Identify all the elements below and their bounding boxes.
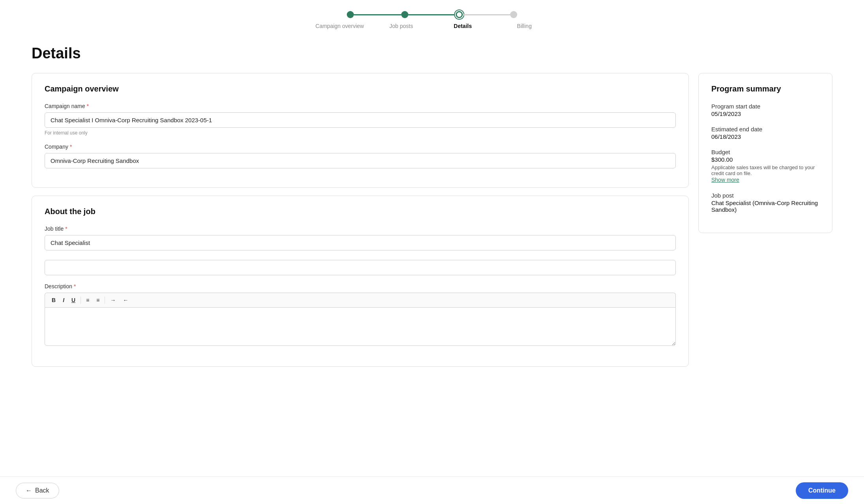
step-line-1: [354, 14, 401, 15]
description-label: Description *: [45, 283, 676, 289]
campaign-name-label: Campaign name *: [45, 103, 676, 109]
company-field-group: Company *: [45, 144, 676, 168]
campaign-name-hint: For internal use only: [45, 130, 676, 136]
program-start-date-row: Program start date 05/19/2023: [711, 103, 819, 117]
budget-value: $300.00: [711, 156, 819, 163]
campaign-name-field-group: Campaign name * For internal use only: [45, 103, 676, 136]
back-arrow-icon: ←: [26, 487, 32, 494]
budget-note: Applicable sales taxes will be charged t…: [711, 164, 819, 176]
left-column: Campaign overview Campaign name * For in…: [32, 73, 689, 367]
job-post-label: Job post: [711, 192, 819, 199]
step-label-job-posts: Job posts: [370, 23, 432, 29]
job-title-label: Job title *: [45, 226, 676, 232]
description-toolbar: B I U ≡ ≡ → ←: [45, 293, 676, 307]
job-title-field-group: Job title *: [45, 226, 676, 250]
stepper-labels: Campaign overview Job posts Details Bill…: [309, 23, 555, 29]
continue-button[interactable]: Continue: [796, 482, 848, 499]
about-job-card: About the job Job title * Description *: [32, 196, 689, 367]
page-title: Details: [32, 45, 832, 62]
program-summary-card: Program summary Program start date 05/19…: [698, 73, 832, 233]
campaign-name-required-star: *: [87, 103, 89, 109]
job-subtitle-input[interactable]: [45, 260, 676, 275]
estimated-end-date-label: Estimated end date: [711, 126, 819, 133]
toolbar-unordered-list[interactable]: ≡: [94, 296, 101, 304]
stepper-track: [347, 11, 517, 18]
toolbar-bold[interactable]: B: [50, 296, 58, 304]
right-column: Program summary Program start date 05/19…: [698, 73, 832, 233]
stepper: Campaign overview Job posts Details Bill…: [0, 0, 864, 35]
campaign-overview-card: Campaign overview Campaign name * For in…: [32, 73, 689, 188]
toolbar-indent[interactable]: →: [108, 296, 118, 304]
job-title-input[interactable]: [45, 235, 676, 250]
step-label-details: Details: [432, 23, 494, 29]
step-dot-details: [456, 11, 463, 18]
step-dot-billing: [510, 11, 517, 18]
step-label-billing: Billing: [494, 23, 555, 29]
program-start-date-label: Program start date: [711, 103, 819, 110]
job-title-required-star: *: [65, 226, 67, 232]
page-content: Details Campaign overview Campaign name …: [0, 35, 864, 504]
budget-row: Budget $300.00 Applicable sales taxes wi…: [711, 149, 819, 183]
description-required-star: *: [74, 283, 76, 289]
program-summary-title: Program summary: [711, 84, 819, 93]
back-button[interactable]: ← Back: [16, 483, 59, 498]
description-textarea[interactable]: [45, 307, 676, 346]
toolbar-sep-1: [80, 297, 81, 304]
main-layout: Campaign overview Campaign name * For in…: [32, 73, 832, 367]
company-label: Company *: [45, 144, 676, 150]
show-more-button[interactable]: Show more: [711, 177, 739, 183]
toolbar-outdent[interactable]: ←: [121, 296, 130, 304]
description-field-group: Description * B I U ≡ ≡ → ←: [45, 283, 676, 347]
step-dot-campaign-overview: [347, 11, 354, 18]
job-post-value: Chat Specialist (Omniva-Corp Recruiting …: [711, 200, 819, 213]
estimated-end-date-value: 06/18/2023: [711, 133, 819, 140]
program-start-date-value: 05/19/2023: [711, 110, 819, 117]
toolbar-ordered-list[interactable]: ≡: [84, 296, 91, 304]
toolbar-sep-2: [105, 297, 105, 304]
toolbar-italic[interactable]: I: [61, 296, 66, 304]
toolbar-underline[interactable]: U: [69, 296, 77, 304]
about-job-card-title: About the job: [45, 207, 676, 216]
job-subtitle-field-group: [45, 258, 676, 275]
step-line-2: [408, 14, 456, 15]
company-input[interactable]: [45, 153, 676, 168]
step-line-3: [463, 14, 510, 15]
back-label: Back: [35, 487, 49, 494]
campaign-name-input[interactable]: [45, 112, 676, 128]
estimated-end-date-row: Estimated end date 06/18/2023: [711, 126, 819, 140]
company-required-star: *: [70, 144, 72, 150]
budget-label: Budget: [711, 149, 819, 155]
footer-bar: ← Back Continue: [0, 476, 864, 504]
step-dot-job-posts: [401, 11, 408, 18]
step-label-campaign-overview: Campaign overview: [309, 23, 370, 29]
campaign-overview-card-title: Campaign overview: [45, 84, 676, 93]
job-post-row: Job post Chat Specialist (Omniva-Corp Re…: [711, 192, 819, 213]
